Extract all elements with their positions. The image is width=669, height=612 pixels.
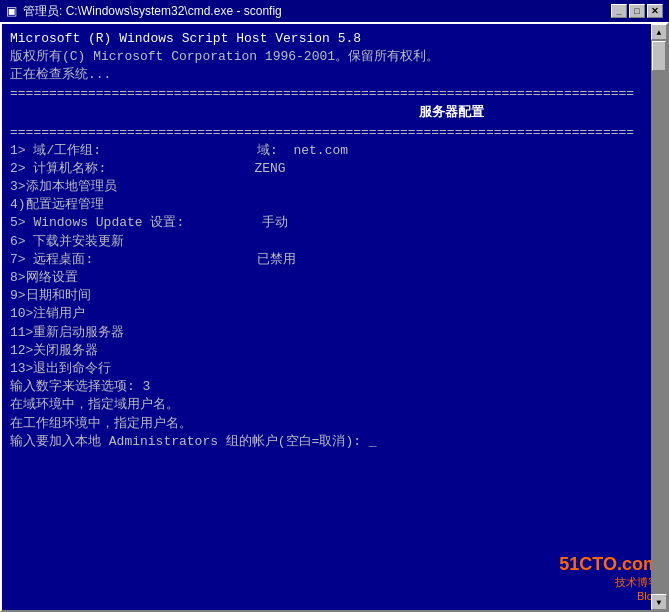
scroll-up-arrow[interactable]: ▲ [651,24,667,40]
window-container: ▣ 管理员: C:\Windows\system32\cmd.exe - sco… [0,0,669,612]
terminal-line-28: 在域环境中，指定域用户名。 [10,396,659,414]
scroll-down-arrow[interactable]: ▼ [651,594,667,610]
title-bar-left: ▣ 管理员: C:\Windows\system32\cmd.exe - sco… [6,3,282,20]
minimize-button[interactable]: _ [611,4,627,18]
outer-border: Microsoft (R) Windows Script Host Versio… [0,22,669,612]
terminal-line-16: 7> 远程桌面: 已禁用 [10,251,659,269]
terminal-line-11: 3>添加本地管理员 [10,178,659,196]
terminal-line-0: Microsoft (R) Windows Script Host Versio… [10,30,659,48]
terminal-line-5: ========================================… [10,85,659,103]
terminal-line-14: 5> Windows Update 设置: 手动 [10,214,659,232]
terminal-line-7: ========================================… [10,124,659,142]
terminal-line-22: 11>重新启动服务器 [10,324,659,342]
title-bar: ▣ 管理员: C:\Windows\system32\cmd.exe - sco… [0,0,669,22]
terminal-line-19: 9>日期和时间 [10,287,659,305]
title-bar-buttons: _ □ ✕ [611,4,663,18]
scrollbar[interactable]: ▲ ▼ [651,24,667,610]
window-title: 管理员: C:\Windows\system32\cmd.exe - sconf… [23,3,282,20]
terminal-line-15: 6> 下载并安装更新 [10,233,659,251]
close-button[interactable]: ✕ [647,4,663,18]
terminal-line-21: 10>注销用户 [10,305,659,323]
maximize-button[interactable]: □ [629,4,645,18]
scroll-track[interactable] [651,40,667,594]
terminal-line-10: 2> 计算机名称: ZENG [10,160,659,178]
scroll-thumb[interactable] [652,41,666,71]
terminal-line-6: 服务器配置 [10,103,659,124]
window-icon: ▣ [6,4,17,18]
terminal-line-26: 输入数字来选择选项: 3 [10,378,659,396]
watermark: 51CTO.com 技术博客 Blog [559,554,659,602]
terminal-line-31: 输入要加入本地 Administrators 组的帐户(空白=取消): _ [10,433,659,451]
terminal-line-12: 4)配置远程管理 [10,196,659,214]
terminal-line-18: 8>网络设置 [10,269,659,287]
terminal-content: Microsoft (R) Windows Script Host Versio… [10,30,659,451]
terminal-line-24: 13>退出到命令行 [10,360,659,378]
terminal-line-9: 1> 域/工作组: 域: net.com [10,142,659,160]
watermark-site: 51CTO.com [559,554,659,575]
terminal-line-1: 版权所有(C) Microsoft Corporation 1996-2001。… [10,48,659,66]
terminal-line-23: 12>关闭服务器 [10,342,659,360]
terminal-line-29: 在工作组环境中，指定用户名。 [10,415,659,433]
terminal-line-3: 正在检查系统... [10,66,659,84]
terminal-window: Microsoft (R) Windows Script Host Versio… [2,24,667,610]
